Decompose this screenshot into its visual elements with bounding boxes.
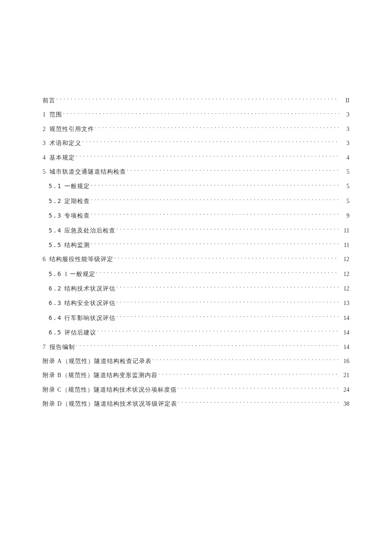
toc-entry: 附录 D（规范性）隧道结构技术状况等级评定表38	[43, 399, 349, 409]
toc-entry: 3术语和定义3	[43, 139, 349, 148]
toc-entry-page: 11	[340, 241, 349, 250]
toc-entry-page: 5	[340, 167, 349, 177]
toc-entry-number: 4	[43, 153, 49, 163]
toc-entry: 4基本规定4	[43, 153, 349, 163]
toc-entry-title: 附录 B（规范性）隧道结构变形监测内容	[43, 371, 158, 380]
toc-entry: 附录 C（规范性）隧道结构技术状况分项标度值24	[43, 385, 349, 395]
toc-entry-page: 3	[340, 110, 349, 119]
toc-leader-dots	[96, 270, 339, 276]
toc-entry-title: 城市轨道交通隧道结构检查	[49, 167, 126, 177]
toc-entry-page: 24	[340, 385, 349, 395]
toc-leader-dots	[116, 299, 339, 305]
toc-entry-title: 规范性引用文件	[49, 125, 94, 134]
toc-leader-dots	[153, 357, 339, 363]
toc-entry: 5.2定期检查5	[43, 196, 349, 206]
toc-entry-title: 定期检查	[64, 197, 90, 206]
table-of-contents: 前言II1范围32规范性引用文件33术语和定义34基本规定45城市轨道交通隧道结…	[43, 96, 349, 409]
toc-entry: 6.3结构安全状况评估13	[43, 298, 349, 308]
toc-entry-title: 结构安全状况评估	[64, 299, 115, 308]
toc-entry-number: 7	[43, 343, 49, 352]
toc-entry-page: 12	[340, 284, 349, 293]
toc-entry: 5.3专项检查9	[43, 211, 349, 221]
toc-entry-title: 结构监测	[64, 241, 90, 250]
toc-entry: 2规范性引用文件3	[43, 125, 349, 134]
toc-entry-number: 6.3	[49, 298, 64, 308]
toc-entry: 1范围3	[43, 110, 349, 119]
toc-leader-dots	[63, 110, 339, 116]
toc-entry-number: 6.5	[49, 328, 64, 337]
toc-entry: 5.61 一般规定12	[43, 269, 349, 279]
toc-entry: 5城市轨道交通隧道结构检查5	[43, 167, 349, 177]
toc-entry-page: 12	[340, 255, 349, 264]
toc-entry-page: 4	[340, 153, 349, 163]
toc-leader-dots	[56, 96, 339, 102]
toc-entry-number: 5.3	[49, 211, 64, 220]
toc-entry-page: 5	[340, 182, 349, 191]
toc-entry-number: 1	[43, 110, 49, 119]
toc-entry-title: 报告编制	[49, 343, 75, 352]
toc-entry-page: 38	[340, 399, 349, 409]
toc-entry-page: 5	[340, 197, 349, 206]
toc-entry-title: 一般规定	[64, 182, 90, 191]
toc-entry-number: 5.4	[49, 226, 64, 235]
toc-leader-dots	[116, 314, 339, 320]
toc-entry-page: 3	[340, 139, 349, 148]
toc-leader-dots	[76, 154, 339, 160]
toc-entry-page: 14	[340, 343, 349, 352]
toc-entry-number: 5.2	[49, 196, 64, 206]
toc-leader-dots	[91, 241, 339, 247]
toc-entry: 5.5结构监测11	[43, 240, 349, 250]
toc-leader-dots	[95, 125, 339, 131]
toc-entry-number: 5	[43, 167, 49, 177]
toc-entry-title: 术语和定义	[49, 139, 81, 148]
toc-entry-title: 范围	[49, 110, 62, 119]
toc-entry-number: 6	[43, 255, 49, 264]
toc-leader-dots	[178, 400, 339, 406]
toc-entry-title: 结构技术状况评估	[64, 284, 115, 293]
toc-entry: 附录 B（规范性）隧道结构变形监测内容21	[43, 371, 349, 380]
toc-entry: 6.5评估后建议14	[43, 328, 349, 337]
toc-entry-page: 3	[340, 125, 349, 134]
toc-entry: 附录 A（规范性）隧道结构检查记录表16	[43, 357, 349, 366]
toc-leader-dots	[178, 386, 339, 392]
toc-entry-title: 结构服役性能等级评定	[49, 255, 113, 264]
toc-entry-page: 21	[340, 371, 349, 380]
toc-entry-title: 评估后建议	[64, 328, 96, 337]
toc-entry-page: 16	[340, 357, 349, 366]
toc-leader-dots	[91, 182, 339, 188]
toc-entry-number: 5.1	[49, 181, 64, 191]
toc-leader-dots	[159, 371, 339, 377]
toc-entry-title: 应急及处治后检查	[64, 226, 115, 235]
toc-entry-page: 9	[340, 211, 349, 221]
toc-leader-dots	[97, 328, 339, 334]
toc-leader-dots	[127, 168, 339, 174]
toc-entry-title: 基本规定	[49, 153, 75, 163]
toc-entry: 5.1一般规定5	[43, 181, 349, 191]
toc-entry-page: 14	[340, 314, 349, 323]
toc-entry-number: 2	[43, 125, 49, 134]
toc-entry-title: 附录 A（规范性）隧道结构检查记录表	[43, 357, 152, 366]
toc-entry-number: 5.6	[49, 269, 64, 279]
toc-entry: 6.4行车影响状况评估14	[43, 313, 349, 323]
toc-entry-title: 前言	[43, 96, 55, 105]
toc-leader-dots	[82, 139, 339, 145]
toc-entry-title: 附录 C（规范性）隧道结构技术状况分项标度值	[43, 385, 177, 395]
toc-leader-dots	[76, 343, 339, 349]
toc-entry-title: 附录 D（规范性）隧道结构技术状况等级评定表	[43, 399, 177, 409]
toc-leader-dots	[116, 227, 339, 232]
toc-entry-page: II	[340, 96, 349, 105]
toc-leader-dots	[114, 255, 339, 261]
toc-entry: 前言II	[43, 96, 349, 105]
toc-entry-number: 6.2	[49, 284, 64, 293]
toc-entry: 6.2结构技术状况评估12	[43, 284, 349, 293]
toc-entry-title: 1 一般规定	[64, 270, 95, 279]
toc-leader-dots	[91, 212, 339, 218]
toc-entry-page: 11	[340, 226, 349, 235]
toc-entry-page: 13	[340, 299, 349, 308]
toc-entry-page: 14	[340, 328, 349, 337]
toc-entry-number: 6.4	[49, 313, 64, 323]
toc-entry-title: 行车影响状况评估	[64, 314, 115, 323]
document-page: 前言II1范围32规范性引用文件33术语和定义34基本规定45城市轨道交通隧道结…	[0, 0, 392, 555]
toc-leader-dots	[116, 285, 339, 291]
toc-entry-number: 5.5	[49, 240, 64, 250]
